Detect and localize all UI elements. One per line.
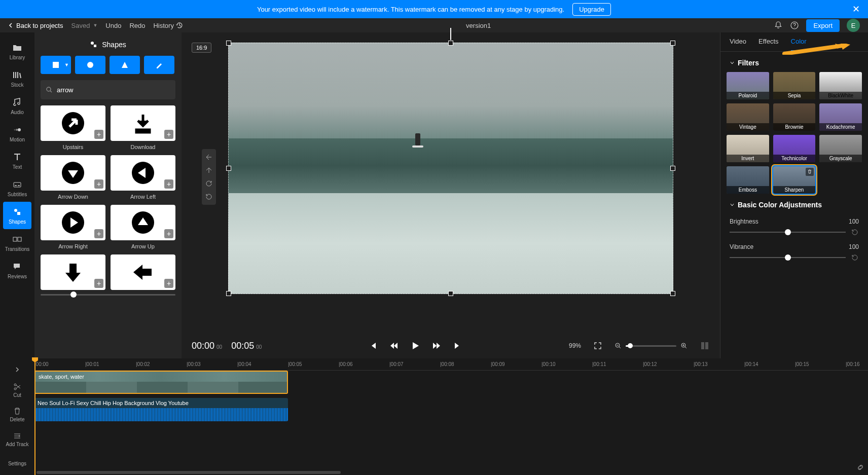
shape-arrow-down[interactable]: + Arrow Down (41, 155, 105, 200)
reset-icon[interactable] (851, 228, 859, 236)
shape-type-pen[interactable] (144, 56, 174, 74)
link-icon[interactable] (856, 463, 865, 472)
shape-search[interactable] (41, 80, 175, 99)
resize-handle[interactable] (670, 166, 675, 171)
play-icon[interactable] (411, 341, 420, 350)
sidebar-item-subtitles[interactable]: Subtitles (3, 174, 31, 202)
shape-arrow-left[interactable]: + Arrow Left (111, 155, 175, 200)
add-track-button[interactable]: Add Track (3, 428, 31, 450)
add-icon[interactable]: + (164, 229, 173, 238)
shape-upstairs[interactable]: + Upstairs (41, 105, 105, 150)
flip-v-icon[interactable] (204, 151, 214, 163)
resize-handle[interactable] (226, 166, 231, 171)
filter-kodachrome[interactable]: Kodachrome (819, 103, 862, 131)
shape-type-circle[interactable] (75, 56, 105, 74)
shape-type-triangle[interactable] (110, 56, 140, 74)
search-input[interactable] (57, 86, 170, 94)
help-icon[interactable] (790, 21, 799, 30)
save-status[interactable]: Saved ▼ (71, 22, 98, 29)
sidebar-item-shapes[interactable]: Shapes (3, 202, 31, 229)
shape-block-arrow-left[interactable]: + (111, 254, 175, 290)
filter-grayscale[interactable]: Grayscale (819, 135, 862, 162)
filter-sepia[interactable]: Sepia (773, 72, 816, 99)
zoom-out-icon[interactable] (614, 342, 622, 349)
add-icon[interactable]: + (164, 179, 173, 189)
skip-start-icon[interactable] (368, 341, 377, 350)
shape-arrow-up[interactable]: + Arrow Up (111, 205, 175, 249)
sidebar-item-transitions[interactable]: Transitions (3, 229, 31, 257)
filter-invert[interactable]: Invert (727, 135, 769, 162)
rotate-handle[interactable] (450, 28, 451, 40)
shape-arrow-right[interactable]: + Arrow Right (41, 205, 105, 249)
flip-h-icon[interactable] (204, 164, 214, 176)
upgrade-button[interactable]: Upgrade (572, 3, 611, 16)
adjustment-slider[interactable] (730, 257, 846, 258)
sidebar-item-library[interactable]: Library (3, 38, 31, 65)
add-icon[interactable]: + (94, 229, 103, 238)
timeline-ruler[interactable]: |00:00|00:01|00:02|00:03|00:04|00:05|00:… (34, 358, 868, 371)
filters-section-header[interactable]: Filters (720, 52, 868, 72)
resize-handle[interactable] (448, 41, 453, 46)
rotate-ccw-icon[interactable] (204, 191, 214, 203)
filter-blackwhite[interactable]: BlackWhite (819, 72, 862, 99)
back-to-projects-link[interactable]: Back to projects (8, 22, 63, 29)
resize-handle[interactable] (670, 291, 675, 296)
adjustment-slider[interactable] (730, 232, 846, 233)
forward-icon[interactable] (432, 341, 441, 350)
export-button[interactable]: Export (806, 19, 840, 32)
filter-sharpen[interactable]: Sharpen (773, 166, 816, 194)
shape-block-arrow-down[interactable]: + (41, 254, 105, 290)
sidebar-item-text[interactable]: Text (3, 147, 31, 174)
timeline-scrollbar[interactable] (34, 470, 868, 475)
preview-canvas[interactable] (228, 43, 673, 294)
rotate-cw-icon[interactable] (204, 177, 214, 190)
redo-button[interactable]: Redo (129, 22, 145, 29)
filter-polaroid[interactable]: Polaroid (727, 72, 769, 99)
fullscreen-icon[interactable] (593, 341, 602, 350)
add-icon[interactable]: + (164, 279, 173, 288)
resize-handle[interactable] (670, 41, 675, 46)
sidebar-item-stock[interactable]: Stock (3, 65, 31, 92)
add-icon[interactable]: + (94, 279, 103, 288)
settings-button[interactable]: Settings (3, 453, 31, 475)
avatar[interactable]: E (847, 19, 860, 32)
history-button[interactable]: History (153, 22, 183, 29)
bell-icon[interactable] (774, 21, 783, 30)
resize-handle[interactable] (448, 291, 453, 296)
audio-clip[interactable]: Neo Soul Lo-Fi Sexy Chill Hip Hop Backgr… (34, 398, 288, 421)
delete-button[interactable]: Delete (3, 404, 31, 426)
shape-download[interactable]: + Download (111, 105, 175, 150)
close-icon[interactable]: ✕ (852, 4, 860, 15)
filter-vintage[interactable]: Vintage (727, 103, 769, 131)
tab-color[interactable]: Color (791, 38, 807, 51)
trash-icon[interactable] (806, 168, 814, 176)
playhead[interactable] (34, 358, 35, 475)
filter-emboss[interactable]: Emboss (727, 166, 769, 194)
shapes-zoom-slider[interactable] (41, 294, 175, 296)
reset-icon[interactable] (851, 253, 859, 262)
sidebar-item-audio[interactable]: Audio (3, 92, 31, 120)
tab-video[interactable]: Video (730, 38, 746, 51)
zoom-slider[interactable] (626, 345, 676, 347)
cut-button[interactable]: Cut (3, 379, 31, 401)
resize-handle[interactable] (226, 291, 231, 296)
filter-technicolor[interactable]: Technicolor (773, 135, 816, 162)
add-icon[interactable]: + (164, 130, 173, 139)
add-icon[interactable]: + (94, 130, 103, 139)
resize-handle[interactable] (226, 41, 231, 46)
timeline-tracks[interactable]: skate, sport, water Neo Soul Lo-Fi Sexy … (34, 371, 868, 470)
basic-adjustments-header[interactable]: Basic Color Adjustments (720, 194, 868, 214)
skip-end-icon[interactable] (453, 341, 462, 350)
aspect-ratio-badge[interactable]: 16:9 (192, 43, 211, 53)
tab-effects[interactable]: Effects (758, 38, 779, 51)
undo-button[interactable]: Undo (105, 22, 121, 29)
add-icon[interactable]: + (94, 179, 103, 189)
filter-brownie[interactable]: Brownie (773, 103, 816, 131)
rewind-icon[interactable] (389, 341, 399, 350)
shape-type-square[interactable]: ▼ (41, 56, 71, 74)
split-view-icon[interactable] (700, 341, 710, 351)
expand-timeline-button[interactable] (3, 362, 31, 377)
zoom-in-icon[interactable] (680, 342, 688, 349)
video-clip[interactable]: skate, sport, water (34, 371, 288, 394)
sidebar-item-motion[interactable]: Motion (3, 120, 31, 147)
